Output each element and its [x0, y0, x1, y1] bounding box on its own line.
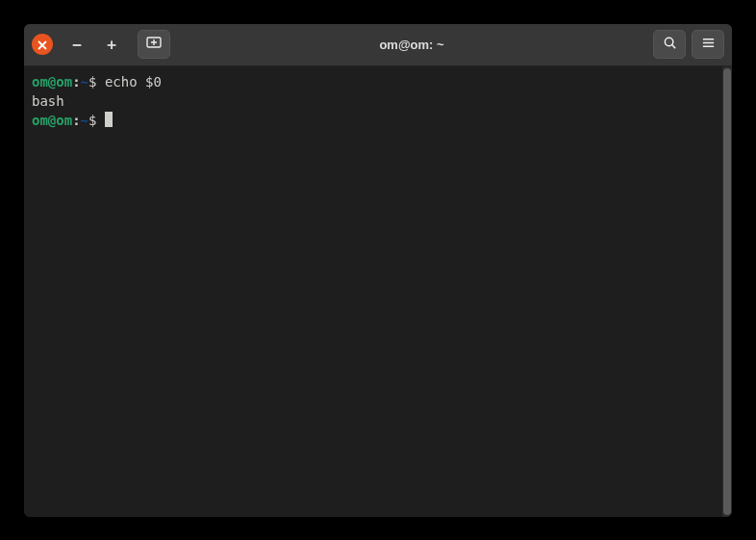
command-text: echo $0: [105, 74, 162, 90]
prompt-user: om@om: [32, 113, 72, 128]
menu-button[interactable]: [692, 30, 724, 59]
terminal-line: om@om:~$: [32, 111, 724, 130]
prompt-symbol: $: [88, 74, 105, 90]
prompt-separator: :: [72, 74, 80, 90]
minus-icon: −: [72, 36, 82, 54]
cursor: [105, 112, 113, 127]
output-text: bash: [32, 93, 64, 109]
window-title: om@om: ~: [176, 38, 647, 52]
prompt-symbol: $: [88, 113, 105, 128]
terminal-body[interactable]: om@om:~$ echo $0 bash om@om:~$: [24, 66, 732, 517]
prompt-separator: :: [72, 113, 80, 128]
search-icon: [663, 36, 677, 54]
scrollbar-thumb[interactable]: [723, 68, 731, 515]
new-tab-icon: [146, 35, 162, 54]
svg-point-1: [665, 38, 672, 45]
zoom-out-button[interactable]: −: [63, 30, 91, 59]
prompt-user: om@om: [32, 74, 72, 90]
zoom-in-button[interactable]: +: [97, 30, 126, 59]
search-button[interactable]: [653, 30, 686, 59]
close-button[interactable]: [32, 34, 53, 55]
scrollbar[interactable]: [722, 66, 732, 517]
prompt-path: ~: [81, 113, 88, 128]
terminal-line: om@om:~$ echo $0: [32, 72, 724, 91]
terminal-window: − + om@om: ~ om@om:~$ echo $0 bash om@om…: [24, 24, 732, 517]
titlebar: − + om@om: ~: [24, 24, 732, 66]
plus-icon: +: [107, 36, 116, 54]
new-tab-button[interactable]: [138, 30, 170, 59]
hamburger-icon: [701, 36, 716, 54]
prompt-path: ~: [81, 74, 88, 90]
close-icon: [38, 36, 47, 54]
terminal-line: bash: [32, 91, 724, 111]
